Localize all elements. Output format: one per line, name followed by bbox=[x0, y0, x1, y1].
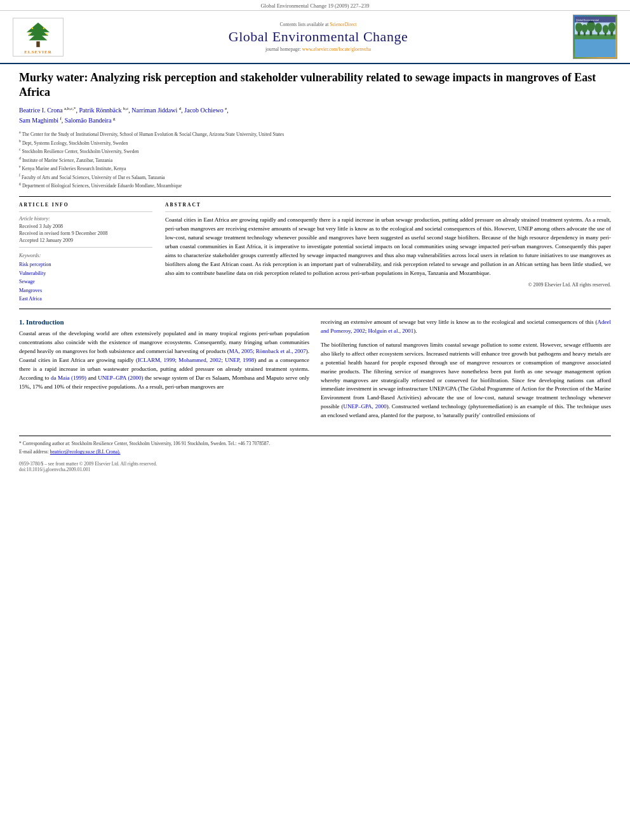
body-left-col: 1. Introduction Coastal areas of the dev… bbox=[19, 318, 309, 425]
author-bandeira[interactable]: Salomão Bandeira bbox=[65, 117, 112, 124]
elsevier-logo: ELSEVIER bbox=[13, 18, 64, 57]
body-section: 1. Introduction Coastal areas of the dev… bbox=[19, 318, 611, 425]
keywords-label: Keywords: bbox=[19, 253, 152, 258]
divider-2 bbox=[19, 309, 611, 309]
authors-line: Beatrice I. Crona a,b,c,*, Patrik Rönnbä… bbox=[19, 105, 611, 126]
svg-point-15 bbox=[582, 24, 587, 32]
affiliation-item: a The Center for the Study of Institutio… bbox=[19, 130, 611, 138]
svg-rect-11 bbox=[575, 34, 615, 39]
affiliation-item: f Faculty of Arts and Social Sciences, U… bbox=[19, 173, 611, 182]
keyword-link[interactable]: Sewage bbox=[19, 277, 152, 286]
svg-point-19 bbox=[595, 23, 602, 32]
affil-sup-crona: a,b,c,* bbox=[64, 106, 76, 111]
divider-kw bbox=[19, 247, 152, 248]
elsevier-label: ELSEVIER bbox=[24, 50, 51, 55]
email-link[interactable]: beatrice@ecology.su.se (B.I. Crona). bbox=[50, 449, 121, 455]
main-content: Murky water: Analyzing risk perception a… bbox=[0, 64, 630, 485]
footnote-email: E-mail address: beatrice@ecology.su.se (… bbox=[19, 448, 611, 455]
issn-line: 0959-3780/$ – see front matter © 2009 El… bbox=[19, 461, 611, 467]
article-title: Murky water: Analyzing risk perception a… bbox=[19, 70, 611, 100]
affiliations: a The Center for the Study of Institutio… bbox=[19, 130, 611, 190]
svg-text:Change: Change bbox=[576, 22, 584, 24]
journal-center: Contents lists available at ScienceDirec… bbox=[64, 22, 573, 52]
ref-unepgpa2000[interactable]: UNEP–GPA (2000) bbox=[98, 375, 143, 381]
footnote-star: * Corresponding author at: Stockholm Res… bbox=[19, 440, 611, 447]
divider-1 bbox=[19, 196, 611, 197]
journal-homepage: journal homepage: www.elsevier.com/locat… bbox=[76, 46, 560, 52]
abstract-header: ABSTRACT bbox=[165, 202, 611, 208]
intro-para3: The biofiltering function of natural man… bbox=[321, 341, 611, 420]
doi-line: doi:10.1016/j.gloenvcha.2009.01.001 bbox=[19, 467, 611, 472]
intro-para1: Coastal areas of the developing world ar… bbox=[19, 330, 309, 392]
ref-adeel2002[interactable]: Adeel and Pomeroy, 2002 bbox=[321, 319, 611, 334]
article-info-col: ARTICLE INFO Article history: Received 3… bbox=[19, 202, 152, 303]
author-ochiewo[interactable]: Jacob Ochiewo bbox=[184, 107, 223, 114]
keyword-link[interactable]: Mangroves bbox=[19, 286, 152, 295]
affil-sup-bandeira: g bbox=[113, 116, 116, 121]
accepted-date: Accepted 12 January 2009 bbox=[19, 237, 152, 243]
svg-point-4 bbox=[32, 27, 34, 29]
svg-rect-0 bbox=[36, 41, 39, 47]
keyword-link[interactable]: East Africa bbox=[19, 295, 152, 303]
svg-point-21 bbox=[603, 25, 608, 33]
affiliation-item: b Dept, Systems Ecology, Stockholm Unive… bbox=[19, 138, 611, 147]
svg-text:Global Environmental: Global Environmental bbox=[576, 19, 599, 22]
revised-date: Received in revised form 9 December 2008 bbox=[19, 230, 152, 236]
bottom-bar: 0959-3780/$ – see front matter © 2009 El… bbox=[19, 461, 611, 472]
affiliation-item: d Institute of Marine Science, Zanzibar,… bbox=[19, 156, 611, 164]
section-title-text: Introduction bbox=[26, 318, 64, 326]
svg-point-5 bbox=[43, 27, 45, 29]
journal-homepage-link[interactable]: www.elsevier.com/locate/gloenvcha bbox=[302, 46, 371, 52]
ref-mohammed2002[interactable]: Mohammed, 2002 bbox=[178, 357, 221, 363]
article-meta-section: ARTICLE INFO Article history: Received 3… bbox=[19, 202, 611, 303]
svg-point-6 bbox=[29, 33, 30, 35]
svg-rect-10 bbox=[575, 37, 615, 57]
article-info-header: ARTICLE INFO bbox=[19, 202, 152, 208]
journal-header: ELSEVIER Contents lists available at Sci… bbox=[0, 11, 630, 64]
journal-thumbnail: Global Environmental Change bbox=[573, 15, 617, 59]
ref-unepgpa2000b[interactable]: UNEP–GPA, 2000 bbox=[343, 403, 386, 410]
journal-title: Global Environmental Change bbox=[76, 29, 560, 45]
keyword-link[interactable]: Vulnerability bbox=[19, 269, 152, 278]
sciencedirect-link[interactable]: ScienceDirect bbox=[330, 22, 356, 27]
affiliation-item: e Kenya Marine and Fisheries Research In… bbox=[19, 164, 611, 173]
sciencedirect-notice: Contents lists available at ScienceDirec… bbox=[76, 22, 560, 27]
body-right-col: receiving an extensive amount of sewage … bbox=[321, 318, 611, 425]
author-crona[interactable]: Beatrice I. Crona bbox=[19, 107, 63, 114]
affil-sup-ronnback: b,c bbox=[123, 106, 128, 111]
received-date: Received 3 July 2008 bbox=[19, 223, 152, 229]
keywords-section: Keywords: Risk perceptionVulnerabilitySe… bbox=[19, 253, 152, 303]
article-history-label: Article history: bbox=[19, 216, 152, 222]
author-ronnback[interactable]: Patrik Rönnbäck bbox=[79, 107, 122, 114]
affil-sup-jiddawi: d bbox=[179, 106, 182, 111]
divider-abstract bbox=[165, 211, 611, 212]
affiliation-item: c Stockholm Resilience Center, Stockholm… bbox=[19, 147, 611, 156]
copyright-line: © 2009 Elsevier Ltd. All rights reserved… bbox=[165, 282, 611, 288]
divider-info bbox=[19, 211, 152, 212]
author-jiddawi[interactable]: Narriman Jiddawi bbox=[131, 107, 177, 114]
section-num: 1. bbox=[19, 318, 24, 326]
affil-sup-ochiewo: e bbox=[225, 106, 227, 111]
svg-point-7 bbox=[46, 33, 48, 35]
abstract-col: ABSTRACT Coastal cities in East Africa a… bbox=[165, 202, 611, 303]
keywords-list: Risk perceptionVulnerabilitySewageMangro… bbox=[19, 260, 152, 303]
ref-holguin2001[interactable]: Holguin et al., 2001 bbox=[368, 328, 413, 334]
ref-ma2005[interactable]: MA, 2005 bbox=[229, 348, 253, 354]
abstract-text: Coastal cities in East Africa are growin… bbox=[165, 216, 611, 278]
journal-citation: Global Environmental Change 19 (2009) 22… bbox=[260, 3, 369, 9]
affiliation-item: g Department of Biological Sciences, Uni… bbox=[19, 181, 611, 190]
ref-iclarm1999[interactable]: ICLARM, 1999 bbox=[138, 357, 175, 363]
article-footer: * Corresponding author at: Stockholm Res… bbox=[19, 436, 611, 472]
ref-ronnback2007[interactable]: Rönnback et al., 2007 bbox=[256, 348, 306, 354]
intro-para2: receiving an extensive amount of sewage … bbox=[321, 318, 611, 336]
affil-sup-maghimbi: f bbox=[60, 116, 61, 121]
ref-unep1998[interactable]: UNEP, 1998 bbox=[225, 357, 254, 363]
author-maghimbi[interactable]: Sam Maghimbi bbox=[19, 117, 58, 124]
intro-heading: 1. Introduction bbox=[19, 318, 309, 326]
keyword-link[interactable]: Risk perception bbox=[19, 260, 152, 269]
svg-point-23 bbox=[608, 22, 615, 32]
ref-damaia1999[interactable]: da Maia (1999) bbox=[51, 375, 86, 381]
journal-citation-bar: Global Environmental Change 19 (2009) 22… bbox=[0, 0, 630, 11]
